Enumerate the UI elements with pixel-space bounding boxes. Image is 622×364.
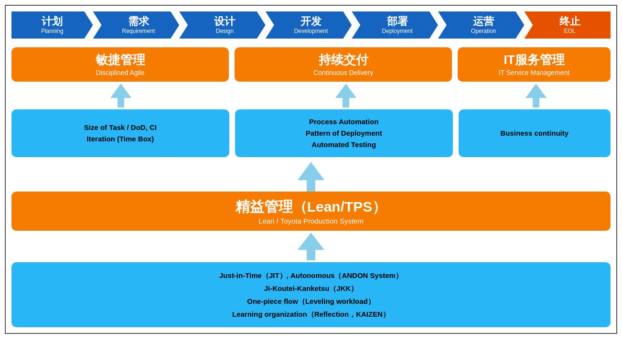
lean-section: 精益管理（Lean/TPS） Lean / Toyota Production … [11, 162, 611, 231]
cd-sub-line3: Automated Testing [311, 139, 376, 150]
nav-deployment-zh: 部署 [387, 15, 408, 28]
lean-arrow-shaft [307, 180, 315, 192]
bottom-line2: Ji-Koutei-Kanketsu（JKK） [21, 282, 601, 295]
arrow-connectors-row [11, 84, 611, 107]
agile-zh-title: 敏捷管理 [96, 52, 145, 68]
nav-requirement-en: Requirement [122, 28, 155, 34]
arrow-shaft-agile [118, 98, 124, 107]
bottom-line3: One-piece flow（Leveling workload） [21, 295, 601, 308]
arrow-col-itsm [461, 84, 611, 107]
lean-en-title: Lean / Toyota Production System [21, 217, 601, 225]
arrow-head-agile [110, 84, 131, 98]
agile-management-box: 敏捷管理 Disciplined Agile [11, 47, 229, 82]
main-container: 计划 Planning 需求 Requirement 设计 Design 开发 … [5, 5, 617, 334]
nav-eol-zh: 终止 [559, 15, 580, 28]
nav-requirement: 需求 Requirement [93, 11, 180, 39]
itsm-sub-box: Business continuity [459, 109, 611, 157]
nav-requirement-zh: 需求 [128, 15, 149, 28]
nav-design-en: Design [216, 28, 234, 34]
cd-sub-box: Process Automation Pattern of Deployment… [235, 109, 453, 157]
itsm-en-title: IT Service Management [499, 68, 569, 77]
cd-sub-line1: Process Automation [309, 116, 378, 128]
agile-en-title: Disciplined Agile [96, 68, 145, 77]
itsm-zh-title: IT服务管理 [504, 52, 565, 68]
nav-operation-en: Operation [471, 28, 496, 34]
top-boxes-row: 敏捷管理 Disciplined Agile 持续交付 Continuous D… [11, 47, 611, 82]
cd-box: 持续交付 Continuous Delivery [235, 47, 452, 82]
nav-design-zh: 设计 [214, 15, 235, 28]
nav-planning: 计划 Planning [11, 11, 93, 39]
sub-boxes-row: Size of Task / DoD, CI Iteration (Time B… [11, 109, 611, 157]
lean-arrow-up [298, 162, 324, 192]
nav-development-zh: 开发 [300, 15, 322, 28]
arrow-agile [107, 84, 134, 107]
cd-sub-line2: Pattern of Deployment [306, 128, 382, 139]
bottom-arrow-head [298, 233, 324, 250]
nav-operation-zh: 运营 [473, 15, 494, 28]
arrow-head-itsm [525, 84, 547, 98]
lean-zh-title: 精益管理（Lean/TPS） [21, 197, 601, 217]
nav-planning-en: Planning [41, 28, 64, 34]
nav-deployment-en: Deployment [382, 28, 413, 34]
framework-content: 敏捷管理 Disciplined Agile 持续交付 Continuous D… [11, 47, 611, 327]
arrow-col-cd [236, 84, 456, 107]
agile-sub-line1: Size of Task / DoD, CI [84, 122, 157, 133]
nav-planning-zh: 计划 [42, 15, 63, 28]
lean-box: 精益管理（Lean/TPS） Lean / Toyota Production … [11, 192, 611, 231]
cd-en-title: Continuous Delivery [313, 68, 373, 77]
arrow-itsm [523, 84, 549, 107]
bottom-detail-box: Just-in-Time（JIT）, Autonomous（ANDON Syst… [11, 262, 611, 327]
bottom-line1: Just-in-Time（JIT）, Autonomous（ANDON Syst… [21, 269, 601, 282]
cd-zh-title: 持续交付 [319, 52, 368, 68]
agile-sub-box: Size of Task / DoD, CI Iteration (Time B… [11, 109, 229, 157]
bottom-line4: Learning organization（Reflection，KAIZEN） [21, 308, 601, 321]
nav-deployment: 部署 Deployment [352, 11, 438, 39]
nav-design: 设计 Design [179, 11, 266, 39]
itsm-box: IT服务管理 IT Service Management [458, 47, 611, 82]
bottom-arrow-section [11, 233, 611, 260]
bottom-arrow [298, 233, 324, 260]
arrow-cd [332, 84, 359, 107]
agile-sub-line2: Iteration (Time Box) [87, 133, 154, 145]
nav-eol: 终止 EOL [524, 11, 611, 39]
nav-eol-en: EOL [564, 28, 576, 34]
arrow-head-cd [335, 84, 356, 98]
lean-arrow-head [298, 162, 324, 180]
nav-development: 开发 Development [266, 11, 352, 39]
arrow-shaft-cd [343, 98, 349, 107]
arrow-col-agile [11, 84, 231, 107]
nav-development-en: Development [294, 28, 328, 34]
nav-bar: 计划 Planning 需求 Requirement 设计 Design 开发 … [11, 11, 611, 39]
bottom-arrow-shaft [307, 250, 315, 260]
arrow-shaft-itsm [533, 98, 539, 107]
itsm-sub-line1: Business continuity [501, 128, 569, 139]
nav-operation: 运营 Operation [438, 11, 525, 39]
